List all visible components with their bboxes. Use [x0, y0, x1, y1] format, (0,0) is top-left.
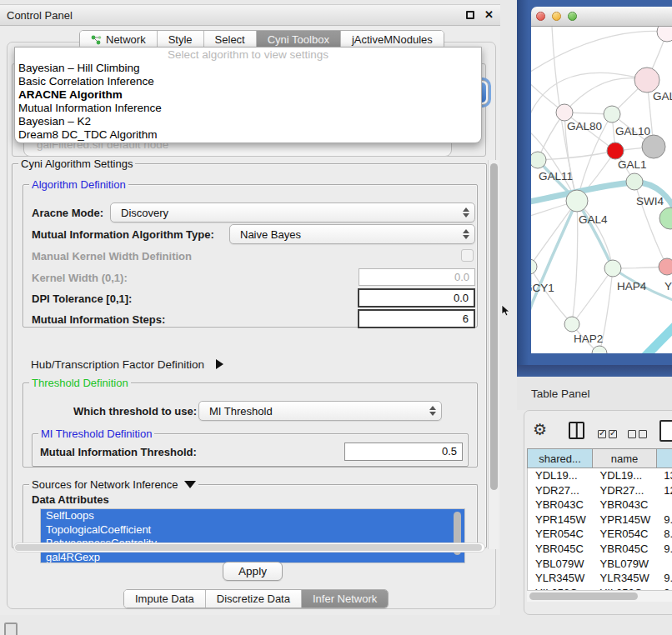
table-cell: YPR145W: [593, 512, 657, 528]
algorithm-option[interactable]: Bayesian – Hill Climbing: [15, 62, 481, 75]
settings-hscroll-thumb[interactable]: [15, 544, 482, 551]
cyni-bottom-tabbar: Impute Data Discretize Data Infer Networ…: [123, 589, 389, 608]
table-cell: YBR045C: [593, 542, 657, 557]
table-row[interactable]: YDR27...YDR27...12: [528, 483, 672, 498]
table-header-row: shared...name: [527, 448, 672, 468]
control-panel-body: Network Style Select Cyni Toolbox jActiv…: [0, 27, 500, 615]
algorithm-option[interactable]: Mutual Information Inference: [15, 102, 481, 115]
which-threshold-combobox[interactable]: MI Threshold: [198, 401, 442, 421]
algorithm-option[interactable]: Bayesian – K2: [15, 115, 481, 128]
table-cell: YDR27...: [528, 483, 593, 498]
aracne-mode-combobox[interactable]: Discovery: [110, 202, 475, 222]
tab-impute-data[interactable]: Impute Data: [124, 590, 206, 608]
tab-cyni-toolbox[interactable]: Cyni Toolbox: [257, 31, 341, 48]
network-node[interactable]: [604, 106, 620, 122]
network-node[interactable]: [634, 68, 659, 92]
table-row[interactable]: YBR045CYBR045C9.: [528, 542, 672, 557]
network-node[interactable]: [626, 173, 643, 190]
dpi-tolerance-field[interactable]: 0.0: [358, 288, 475, 308]
tab-style[interactable]: Style: [158, 31, 204, 48]
chevron-right-icon: [216, 359, 223, 369]
minimized-panel-icon[interactable]: [4, 622, 18, 635]
threshold-definition-group: Threshold Definition Which threshold to …: [23, 382, 478, 468]
which-threshold-value: MI Threshold: [209, 405, 273, 418]
data-attributes-list[interactable]: SelfLoopsTopologicalCoefficientBetweenne…: [40, 508, 465, 563]
algorithm-option[interactable]: ARACNE Algorithm: [15, 88, 481, 102]
aracne-mode-label: Aracne Mode:: [32, 207, 103, 219]
table-cell: 8.: [656, 527, 672, 542]
network-canvas[interactable]: GALGAL80GAL10GAL1GAL11GAL4SWI4HAP4YGCY1H…: [531, 27, 672, 353]
table-horizontal-scrollbar[interactable]: [527, 590, 672, 602]
network-node[interactable]: [592, 346, 607, 353]
gear-icon[interactable]: ⚙: [533, 422, 547, 438]
network-node-label: GCY1: [531, 282, 554, 294]
new-column-icon[interactable]: [659, 420, 672, 442]
network-node[interactable]: [531, 152, 546, 168]
zoom-traffic-light-icon[interactable]: [568, 12, 577, 21]
kernel-width-field[interactable]: 0.0: [359, 268, 475, 286]
network-node[interactable]: [607, 142, 624, 159]
unselect-all-columns-icon[interactable]: [628, 427, 647, 442]
network-node[interactable]: [659, 258, 672, 275]
table-row[interactable]: YLR345WYLR345W9.: [528, 571, 672, 586]
table-row[interactable]: YER054CYER054C8.: [528, 527, 672, 542]
table-hscroll-thumb[interactable]: [529, 592, 638, 600]
table-cell: [656, 557, 672, 572]
network-node[interactable]: [642, 135, 665, 158]
tab-select[interactable]: Select: [204, 31, 257, 48]
attribute-list-item[interactable]: TopologicalCoefficient: [41, 523, 464, 538]
table-column-header[interactable]: name: [592, 448, 656, 468]
split-columns-icon[interactable]: [569, 422, 584, 439]
hub-factor-expander[interactable]: Hub/Transcription Factor Definition: [31, 358, 223, 371]
algorithm-option[interactable]: Dream8 DC_TDC Algorithm: [15, 128, 481, 142]
network-node[interactable]: [564, 317, 579, 332]
network-window-titlebar[interactable]: [531, 7, 672, 27]
minimize-traffic-light-icon[interactable]: [552, 12, 561, 21]
data-attributes-label: Data Attributes: [32, 493, 109, 506]
tab-jactivemnodules[interactable]: jActiveMNodules: [341, 31, 444, 48]
table-column-header[interactable]: shared...: [527, 448, 592, 468]
sources-title-row[interactable]: Sources for Network Inference: [29, 478, 198, 491]
network-node[interactable]: [659, 208, 672, 229]
table-cell: 13: [656, 468, 672, 483]
table-column-header[interactable]: [656, 448, 672, 468]
cyni-algorithm-settings-title: Cyni Algorithm Settings: [18, 158, 135, 170]
close-icon[interactable]: ✕: [484, 11, 494, 19]
network-node[interactable]: [604, 260, 621, 277]
table-cell: YLR345W: [528, 571, 593, 586]
settings-vscroll-thumb[interactable]: [490, 163, 498, 490]
manual-kernel-checkbox[interactable]: [461, 249, 474, 262]
table-cell: YBL079W: [528, 557, 593, 572]
mi-steps-field[interactable]: 6: [358, 309, 475, 328]
network-node[interactable]: [531, 259, 537, 274]
apply-button[interactable]: Apply: [223, 562, 283, 581]
attribute-list-item[interactable]: SelfLoops: [41, 509, 464, 523]
mi-threshold-group: MI Threshold Definition Mutual Informati…: [32, 433, 469, 467]
select-all-columns-icon[interactable]: [598, 427, 617, 442]
network-node[interactable]: [657, 27, 672, 42]
algorithm-option[interactable]: Basic Correlation Inference: [15, 75, 481, 88]
table-cell: 9.: [656, 542, 672, 557]
network-node[interactable]: [566, 190, 588, 212]
table-row[interactable]: YBL079WYBL079W: [528, 557, 672, 572]
float-window-icon[interactable]: [466, 11, 474, 19]
table-row[interactable]: YDL19...YDL19...13: [528, 468, 672, 483]
network-node[interactable]: [556, 104, 573, 121]
close-traffic-light-icon[interactable]: [536, 12, 545, 21]
table-panel-header: Table Panel: [517, 377, 672, 410]
dpi-tolerance-label: DPI Tolerance [0,1]:: [32, 292, 132, 305]
mi-threshold-field[interactable]: 0.5: [344, 442, 463, 461]
cyni-algorithm-settings-group: Cyni Algorithm Settings Algorithm Defini…: [12, 163, 487, 548]
mi-type-combobox[interactable]: Naive Bayes: [229, 224, 475, 244]
tab-infer-network[interactable]: Infer Network: [302, 590, 388, 608]
application-window: Control Panel ✕ Network Style Select Cyn…: [0, 0, 672, 635]
tab-network[interactable]: Network: [80, 31, 158, 48]
settings-vertical-scrollbar[interactable]: [488, 160, 499, 549]
table-row[interactable]: YBR043CYBR043C: [528, 498, 672, 512]
mi-threshold-definition-title: MI Threshold Definition: [38, 428, 154, 440]
table-row[interactable]: YPR145WYPR145W9.: [528, 512, 672, 528]
control-panel-titlebar: Control Panel ✕: [0, 4, 500, 26]
tab-discretize-data[interactable]: Discretize Data: [206, 590, 302, 608]
settings-horizontal-scrollbar[interactable]: [13, 542, 485, 552]
network-node-label: GAL11: [539, 170, 573, 182]
